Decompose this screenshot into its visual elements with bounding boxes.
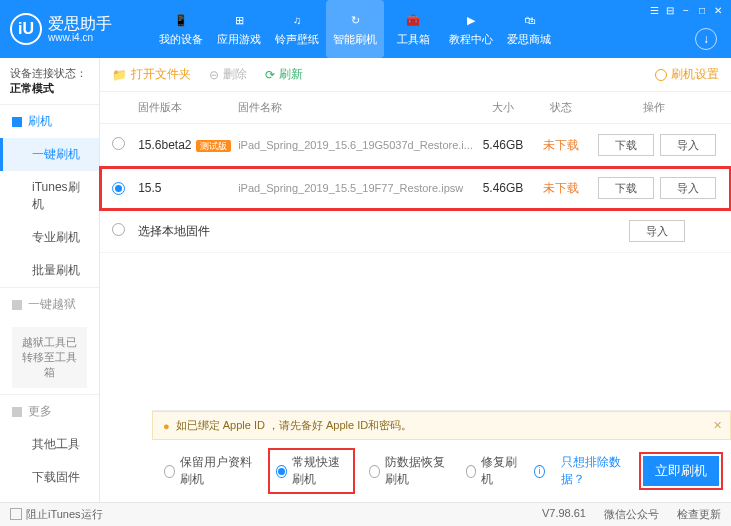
nav-apps[interactable]: ⊞应用游戏 — [210, 0, 268, 58]
app-logo-icon: iU — [10, 13, 42, 45]
sidebar-more-header[interactable]: 更多 — [0, 395, 99, 428]
connection-status: 设备连接状态：正常模式 — [0, 58, 99, 104]
version-label: V7.98.61 — [542, 507, 586, 522]
sidebar-flash-header[interactable]: 刷机 — [0, 105, 99, 138]
flash-now-button[interactable]: 立即刷机 — [643, 456, 719, 486]
nav-flash[interactable]: ↻智能刷机 — [326, 0, 384, 58]
radio-icon[interactable] — [112, 137, 125, 150]
lock-icon[interactable]: ⊟ — [663, 4, 677, 16]
gear-icon — [655, 69, 667, 81]
sidebar-item-itunes-flash[interactable]: iTunes刷机 — [0, 171, 99, 221]
toolbox-icon: 🧰 — [404, 11, 422, 29]
col-name: 固件名称 — [238, 100, 473, 115]
square-icon — [12, 300, 22, 310]
close-icon[interactable]: ✕ — [711, 4, 725, 16]
store-icon: 🛍 — [520, 11, 538, 29]
square-icon — [12, 117, 22, 127]
sidebar-item-oneclick-flash[interactable]: 一键刷机 — [0, 138, 99, 171]
square-icon — [12, 407, 22, 417]
download-button[interactable]: 下载 — [598, 177, 654, 199]
nav-tutorial[interactable]: ▶教程中心 — [442, 0, 500, 58]
import-button[interactable]: 导入 — [660, 134, 716, 156]
block-itunes-checkbox[interactable]: 阻止iTunes运行 — [10, 507, 103, 522]
nav-ringtone[interactable]: ♫铃声壁纸 — [268, 0, 326, 58]
device-icon: 📱 — [172, 11, 190, 29]
sidebar-item-batch-flash[interactable]: 批量刷机 — [0, 254, 99, 287]
sidebar-item-download-fw[interactable]: 下载固件 — [0, 461, 99, 494]
info-icon[interactable]: i — [534, 465, 545, 478]
nav-store[interactable]: 🛍爱思商城 — [500, 0, 558, 58]
menu-icon[interactable]: ☰ — [647, 4, 661, 16]
sidebar-item-pro-flash[interactable]: 专业刷机 — [0, 221, 99, 254]
mode-normal[interactable]: 常规快速刷机 — [270, 450, 353, 492]
jailbreak-note: 越狱工具已转移至工具箱 — [12, 327, 87, 388]
flash-icon: ↻ — [346, 11, 364, 29]
sidebar-jailbreak-header[interactable]: 一键越狱 — [0, 288, 99, 321]
import-button[interactable]: 导入 — [660, 177, 716, 199]
app-title: 爱思助手 — [48, 15, 112, 33]
download-manager-icon[interactable]: ↓ — [695, 28, 717, 50]
local-firmware-row[interactable]: 选择本地固件 导入 — [100, 210, 731, 253]
delete-button[interactable]: ⊖删除 — [209, 66, 247, 83]
radio-icon[interactable] — [112, 223, 125, 236]
col-size: 大小 — [473, 100, 533, 115]
exclude-data-link[interactable]: 只想排除数据？ — [561, 454, 627, 488]
folder-icon: 📁 — [112, 68, 127, 82]
mode-keep-data[interactable]: 保留用户资料刷机 — [164, 454, 254, 488]
warning-bar: ● 如已绑定 Apple ID ，请先备好 Apple ID和密码。 ✕ — [152, 411, 731, 440]
app-url: www.i4.cn — [48, 32, 112, 43]
mode-repair[interactable]: 修复刷机 — [466, 454, 518, 488]
tutorial-icon: ▶ — [462, 11, 480, 29]
radio-icon[interactable] — [112, 182, 125, 195]
col-version: 固件版本 — [138, 100, 238, 115]
mode-recovery[interactable]: 防数据恢复刷机 — [369, 454, 450, 488]
ringtone-icon: ♫ — [288, 11, 306, 29]
check-update-link[interactable]: 检查更新 — [677, 507, 721, 522]
flash-settings-button[interactable]: 刷机设置 — [655, 66, 719, 83]
refresh-icon: ⟳ — [265, 68, 275, 82]
delete-icon: ⊖ — [209, 68, 219, 82]
download-button[interactable]: 下载 — [598, 134, 654, 156]
wechat-link[interactable]: 微信公众号 — [604, 507, 659, 522]
nav-toolbox[interactable]: 🧰工具箱 — [384, 0, 442, 58]
minimize-icon[interactable]: − — [679, 4, 693, 16]
col-status: 状态 — [533, 100, 589, 115]
maximize-icon[interactable]: □ — [695, 4, 709, 16]
close-warning-icon[interactable]: ✕ — [713, 419, 722, 432]
apps-icon: ⊞ — [230, 11, 248, 29]
import-button[interactable]: 导入 — [629, 220, 685, 242]
firmware-row[interactable]: 15.5 iPad_Spring_2019_15.5_19F77_Restore… — [100, 167, 731, 210]
open-folder-button[interactable]: 📁打开文件夹 — [112, 66, 191, 83]
warning-icon: ● — [163, 420, 170, 432]
refresh-button[interactable]: ⟳刷新 — [265, 66, 303, 83]
firmware-row[interactable]: 15.6beta2测试版 iPad_Spring_2019_15.6_19G50… — [100, 124, 731, 167]
col-ops: 操作 — [589, 100, 719, 115]
sidebar-item-other-tools[interactable]: 其他工具 — [0, 428, 99, 461]
nav-my-device[interactable]: 📱我的设备 — [152, 0, 210, 58]
